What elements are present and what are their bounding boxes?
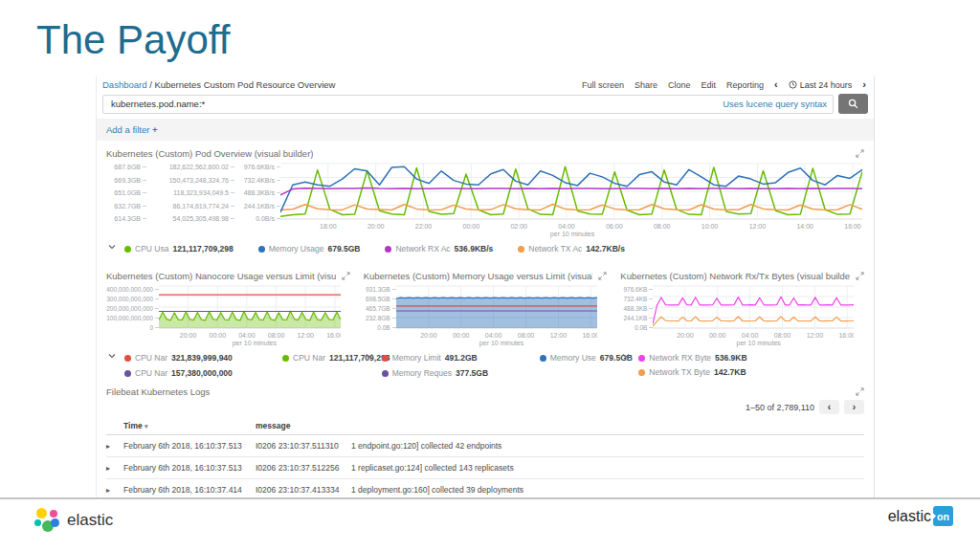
toolbar-full-screen[interactable]: Full screen [582,80,624,90]
y-tick-label: 0.0B/s [256,215,280,222]
chart-nanocore[interactable]: 20:0000:0004:0008:0012:0016:00 [159,285,350,340]
chevron-down-icon[interactable] [108,244,116,250]
legend-item[interactable]: Memory Usage679.5GB [258,244,361,253]
panel-title: Kubernetes (Custom) Network Rx/Tx Bytes … [620,271,850,281]
svg-text:06:00: 06:00 [606,223,623,230]
legend-label: CPU Nar [293,353,325,363]
toolbar-clone[interactable]: Clone [668,80,691,90]
legend-item[interactable]: CPU Nar321,839,999,940 [124,353,273,363]
legend-color-dot [518,246,524,253]
legend-item[interactable]: Network TX Byte142.7KB [638,367,746,377]
y-axis-network: 976.6KB/s732.4KB/s488.3KB/s244.1KB/s0.0B… [234,163,280,222]
time-prev-button[interactable]: ‹ [774,79,778,90]
y-tick-label: 732.4KB [623,296,653,302]
breadcrumb-dashboard-link[interactable]: Dashboard [102,79,146,90]
x-axis-caption: per 10 minutes [280,231,864,238]
toolbar-edit[interactable]: Edit [702,80,717,90]
legend-value: 679.5GB [327,244,360,253]
svg-text:04:00: 04:00 [485,332,502,339]
panel-nanocore: Kubernetes (Custom) Nanocore Usage versu… [106,263,350,378]
next-page-button[interactable]: › [844,400,864,414]
legend-item[interactable]: Memory Reques377.5GB [382,368,530,378]
legend-item[interactable]: Memory Use679.5GB [540,353,633,363]
page-title: The Payoff [36,17,230,63]
y-tick-label: 244.1KB/s [244,203,280,209]
expand-row-icon[interactable]: ▸ [106,486,110,495]
table-row[interactable]: ▸February 6th 2018, 16:10:37.414I0206 23… [106,479,864,498]
toolbar-links: Full screenShareCloneEditReporting [582,80,764,90]
legend-value: 491.2GB [445,353,478,363]
table-row[interactable]: ▸February 6th 2018, 16:10:37.513I0206 23… [106,435,864,457]
legend-item[interactable]: Memory Limit491.2GB [382,353,530,363]
svg-text:00:00: 00:00 [210,332,227,339]
legend-memory: Memory Limit491.2GBMemory Use679.5GBMemo… [364,353,608,378]
y-tick-label: 632.7GB [114,203,146,209]
legend-item[interactable]: Network TX Ac142.7KB/s [518,244,625,253]
svg-text:02:00: 02:00 [510,223,527,230]
y-tick-label: 244.1KB [623,315,653,321]
breadcrumb: Dashboard / Kubernetes Custom Pod Resour… [102,79,335,90]
y-tick-label: 400,000,000,000 [106,286,159,293]
legend-color-dot [124,246,131,253]
svg-text:10:00: 10:00 [702,223,719,230]
legend-label: Network TX Byte [649,367,710,377]
table-row[interactable]: ▸February 6th 2018, 16:10:37.513I0206 23… [106,457,864,479]
caret-column-header [106,417,123,435]
panel-title: Kubernetes (Custom) Nanocore Usage versu… [106,271,336,281]
chart-network[interactable]: 20:0000:0004:0008:0012:0016:00 [653,285,864,340]
chevron-down-icon[interactable] [108,353,116,359]
expand-row-icon[interactable]: ▸ [106,442,110,451]
panel-title: Kubernetes (Custom) Pod Overview (visual… [106,148,313,159]
elasticon-logo-text: elastic [888,508,931,525]
toolbar-share[interactable]: Share [635,80,657,90]
expand-icon[interactable] [342,272,350,280]
search-icon [848,99,858,109]
search-input[interactable] [109,98,723,110]
expand-icon[interactable] [598,272,607,280]
time-next-button[interactable]: › [862,79,866,90]
chart-memory[interactable]: 20:0000:0004:0008:0012:0016:00 [396,285,608,340]
legend-value: 321,839,999,940 [171,353,233,363]
legend-item[interactable]: CPU Usa121,117,709,298 [124,244,234,253]
legend-label: Memory Use [550,353,596,363]
legend-item[interactable]: CPU Nar157,380,000,000 [124,368,273,378]
svg-text:20:00: 20:00 [677,332,694,339]
elasticon-on-badge: on [933,506,953,526]
time-column-header[interactable]: Time ▾ [123,417,256,435]
legend-value: 142.7KB/s [586,244,625,253]
y-tick-label: 669.3GB [114,177,146,184]
svg-text:08:00: 08:00 [268,332,285,339]
elasticon-logo: elastic on [888,506,953,526]
filter-bar: Add a filter + [97,119,874,141]
legend-item[interactable]: Network RX Byte536.9KB [638,353,746,363]
legend-network: Network RX Byte536.9KBNetwork TX Byte142… [620,353,864,377]
legend-item[interactable]: Network RX Ac536.9KB/s [385,244,493,253]
small-panels-row: Kubernetes (Custom) Nanocore Usage versu… [97,263,874,378]
time-picker[interactable]: Last 24 hours [789,80,853,90]
expand-icon[interactable] [856,387,864,396]
lucene-syntax-link[interactable]: Uses lucene query syntax [723,99,827,109]
expand-row-icon[interactable]: ▸ [106,464,110,473]
prev-page-button[interactable]: ‹ [819,400,839,414]
search-button[interactable] [838,94,868,114]
legend-color-dot [638,369,645,376]
y-tick-label: 0.0B [377,324,395,331]
chart-pod-overview[interactable]: 18:0020:0022:0000:0002:0004:0006:0008:00… [280,163,864,231]
svg-text:00:00: 00:00 [453,332,470,339]
legend-color-dot [540,355,546,362]
svg-text:12:00: 12:00 [749,223,767,230]
expand-icon[interactable] [856,149,864,158]
elastic-logo: elastic [34,508,113,533]
add-filter-plus-icon[interactable]: + [152,124,158,135]
toolbar-reporting[interactable]: Reporting [726,80,764,90]
add-filter-link[interactable]: Add a filter [106,124,149,135]
pagination-label: 1–50 of 2,789,110 [746,403,814,412]
svg-text:12:00: 12:00 [297,332,314,339]
svg-text:08:00: 08:00 [774,332,791,339]
legend-value: 536.9KB/s [455,244,494,253]
chevron-down-icon[interactable] [622,353,630,359]
svg-text:04:00: 04:00 [558,223,575,230]
chevron-down-icon[interactable] [366,353,373,359]
expand-icon[interactable] [856,272,864,280]
message-column-header[interactable]: message [256,417,864,435]
